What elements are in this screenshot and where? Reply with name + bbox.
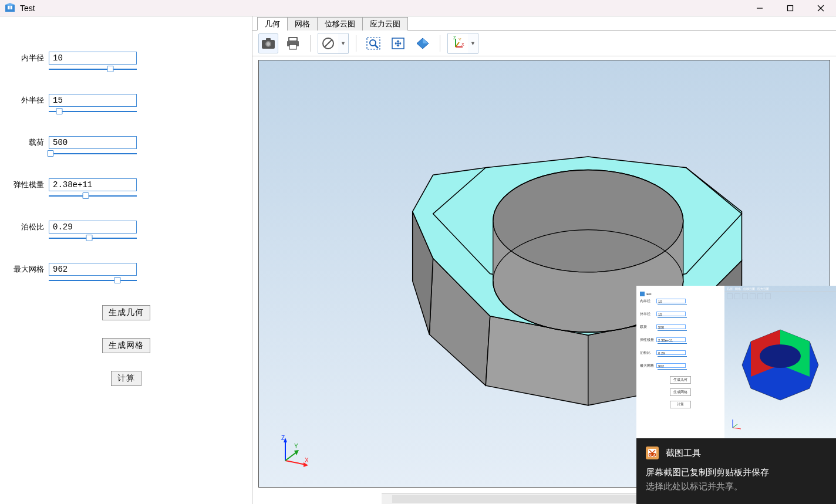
svg-text:Z: Z <box>281 435 285 441</box>
svg-text:Z: Z <box>453 36 456 40</box>
param-inner-radius: 内半径 <box>12 52 240 73</box>
parameter-panel: 内半径 外半径 载荷 <box>0 16 252 504</box>
svg-text:X: X <box>461 42 464 46</box>
max-mesh-slider[interactable] <box>49 277 137 284</box>
axis-icon: ZXY <box>448 33 468 53</box>
svg-line-16 <box>325 40 332 47</box>
param-label: 外半径 <box>12 95 44 106</box>
window-controls <box>751 2 829 14</box>
svg-rect-2 <box>9 6 11 9</box>
svg-text:Y: Y <box>459 38 461 42</box>
tab-displacement[interactable]: 位移云图 <box>317 17 363 31</box>
screenshot-notification[interactable]: test 内半径10 外半径15 载荷500 弹性模量2.38e+11 泊松比0… <box>636 286 836 504</box>
load-input[interactable] <box>49 136 137 149</box>
zoom-box-button[interactable] <box>363 33 383 53</box>
elastic-input[interactable] <box>49 178 137 191</box>
generate-geometry-button[interactable]: 生成几何 <box>102 305 150 320</box>
svg-line-41 <box>285 461 306 465</box>
print-button[interactable] <box>283 33 303 53</box>
generate-mesh-button[interactable]: 生成网格 <box>102 338 150 353</box>
svg-line-27 <box>456 42 459 47</box>
notification-message: 屏幕截图已复制到剪贴板并保存 <box>646 465 827 479</box>
svg-line-44 <box>285 452 297 461</box>
svg-rect-14 <box>289 45 296 49</box>
param-max-mesh: 最大网格 <box>12 263 240 284</box>
minimize-button[interactable] <box>751 2 768 14</box>
svg-rect-1 <box>8 6 9 9</box>
svg-rect-9 <box>266 38 271 40</box>
notification-app-name: 截图工具 <box>666 448 701 459</box>
svg-text:X: X <box>305 457 309 464</box>
svg-point-11 <box>267 42 270 46</box>
param-poisson: 泊松比 <box>12 221 240 242</box>
view-tabs: 几何 网格 位移云图 应力云图 <box>252 16 836 31</box>
snipping-tool-icon <box>646 447 659 459</box>
svg-rect-12 <box>289 38 297 41</box>
dropdown-arrow-icon: ▼ <box>468 40 478 46</box>
maximize-button[interactable] <box>782 2 798 14</box>
screenshot-button[interactable] <box>258 33 278 53</box>
param-label: 载荷 <box>12 137 44 148</box>
param-outer-radius: 外半径 <box>12 94 240 115</box>
poisson-slider[interactable] <box>49 235 137 242</box>
rotate-view-button[interactable] <box>413 33 433 53</box>
param-label: 弹性模量 <box>12 180 44 190</box>
thumb-title: test <box>646 292 652 296</box>
window-title: Test <box>20 4 751 13</box>
notification-thumbnail: test 内半径10 外半径15 载荷500 弹性模量2.38e+11 泊松比0… <box>636 286 836 438</box>
param-elastic: 弹性模量 <box>12 178 240 199</box>
svg-marker-45 <box>294 450 299 455</box>
close-button[interactable] <box>813 2 829 14</box>
outer-radius-input[interactable] <box>49 94 137 107</box>
tab-mesh[interactable]: 网格 <box>287 17 318 31</box>
max-mesh-input[interactable] <box>49 263 137 276</box>
elastic-slider[interactable] <box>49 192 137 199</box>
svg-point-18 <box>370 40 376 46</box>
svg-rect-3 <box>11 6 12 9</box>
poisson-input[interactable] <box>49 221 137 234</box>
svg-rect-47 <box>640 292 645 296</box>
app-icon <box>5 3 15 13</box>
dropdown-arrow-icon: ▼ <box>338 40 348 46</box>
notification-submessage: 选择此处以标记并共享。 <box>646 479 827 493</box>
axis-orientation-dropdown[interactable]: ZXY ▼ <box>447 33 478 54</box>
svg-line-53 <box>733 428 741 429</box>
inner-radius-input[interactable] <box>49 52 137 65</box>
svg-text:Y: Y <box>294 443 298 449</box>
fit-view-button[interactable] <box>388 33 408 53</box>
param-label: 泊松比 <box>12 222 44 232</box>
cancel-icon <box>318 33 338 53</box>
outer-radius-slider[interactable] <box>49 108 137 115</box>
param-label: 最大网格 <box>12 264 44 275</box>
viewer-toolbar: ▼ ZXY ▼ <box>252 31 836 56</box>
titlebar: Test <box>0 0 836 16</box>
svg-point-36 <box>493 170 683 272</box>
svg-line-19 <box>375 45 378 48</box>
inner-radius-slider[interactable] <box>49 66 137 73</box>
svg-rect-5 <box>788 5 793 11</box>
axis-triad: Z X Y <box>277 434 312 469</box>
cancel-dropdown[interactable]: ▼ <box>318 33 349 54</box>
compute-button[interactable]: 计算 <box>111 371 141 386</box>
tab-geometry[interactable]: 几何 <box>257 17 288 31</box>
svg-point-51 <box>760 344 801 368</box>
param-label: 内半径 <box>12 53 44 63</box>
param-load: 载荷 <box>12 136 240 157</box>
load-slider[interactable] <box>49 150 137 157</box>
tab-stress[interactable]: 应力云图 <box>362 17 408 31</box>
svg-line-54 <box>733 424 737 428</box>
